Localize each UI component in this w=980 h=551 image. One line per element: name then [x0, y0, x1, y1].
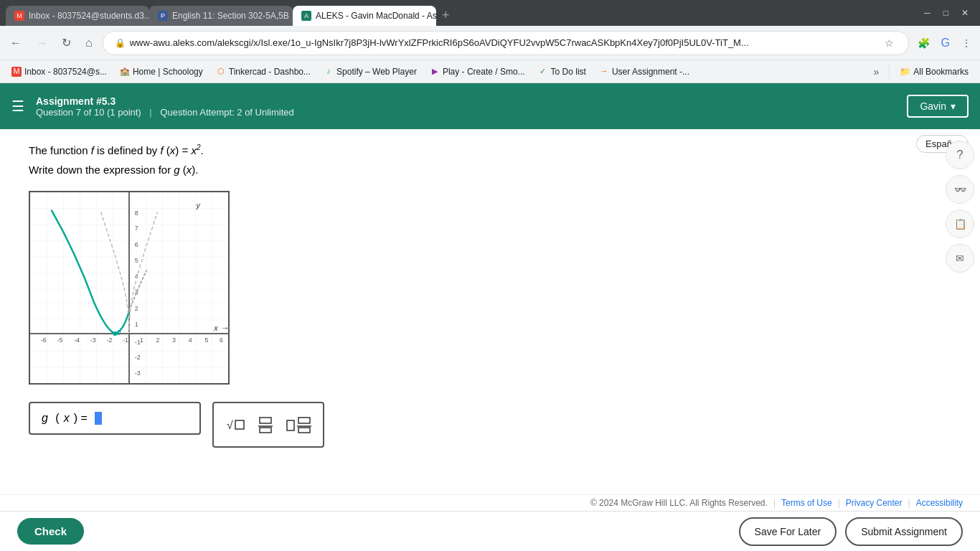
bookmark-spotify[interactable]: ♪ Spotify – Web Player: [318, 64, 423, 80]
url-display: www-awu.aleks.com/alekscgi/x/Isl.exe/1o_…: [130, 37, 882, 48]
accessibility-link[interactable]: Accessibility: [916, 498, 963, 508]
privacy-link[interactable]: Privacy Center: [846, 498, 903, 508]
svg-text:-1: -1: [123, 336, 128, 344]
svg-text:1: 1: [140, 336, 143, 344]
glasses-icon: 👓: [954, 184, 966, 195]
svg-rect-37: [298, 418, 310, 423]
aleks-header: ☰ Assignment #5.3 Question 7 of 10 (1 po…: [0, 83, 980, 129]
g-label: g: [42, 412, 48, 425]
bottom-right-actions: Save For Later Submit Assignment: [739, 517, 963, 546]
help-icon: ?: [957, 149, 963, 161]
svg-rect-36: [287, 420, 294, 430]
address-bar-row: ← → ↻ ⌂ 🔒 www-awu.aleks.com/alekscgi/x/I…: [0, 26, 980, 60]
svg-text:2: 2: [156, 336, 159, 344]
menu-button[interactable]: ☰: [11, 98, 24, 115]
close-paren: ) =: [74, 412, 91, 425]
tab-schoology[interactable]: P English 11: Section 302-5A,5B ✕: [149, 6, 293, 26]
notes-icon: 📋: [954, 218, 966, 230]
main-content: Español The function f is defined by f (…: [0, 129, 980, 511]
problem-line2: Write down the expression for g (x).: [29, 160, 951, 179]
svg-text:g: g: [117, 327, 121, 335]
address-bar[interactable]: 🔒 www-awu.aleks.com/alekscgi/x/Isl.exe/1…: [103, 31, 909, 55]
svg-text:7: 7: [135, 225, 138, 232]
back-button[interactable]: ←: [6, 32, 26, 54]
extensions-button[interactable]: 🧩: [915, 34, 933, 52]
answer-box[interactable]: g ( x ) =: [29, 402, 201, 435]
save-for-later-button[interactable]: Save For Later: [739, 517, 837, 546]
user-name: Gavin: [920, 100, 946, 112]
gmail-bm-icon: M: [11, 67, 22, 77]
graph-container: 8 7 6 5 4 3 2 1 -1 -2 -3 -6 -5 -4 -3 -2 …: [29, 191, 230, 385]
reload-button[interactable]: ↻: [57, 32, 75, 54]
svg-text:√: √: [227, 419, 233, 431]
new-tab-button[interactable]: +: [436, 5, 456, 26]
problem-text: The function f is defined by f (x) = x2.…: [29, 141, 951, 179]
forward-button[interactable]: →: [32, 32, 52, 54]
bookmark-todo[interactable]: ✓ To Do list: [532, 64, 592, 80]
svg-rect-39: [298, 428, 310, 433]
svg-text:6: 6: [135, 241, 138, 248]
security-icon: 🔒: [115, 38, 126, 48]
mixed-number-button[interactable]: [286, 415, 311, 435]
footer: © 2024 McGraw Hill LLC. All Rights Reser…: [0, 494, 980, 511]
svg-text:x: x: [213, 324, 218, 332]
bookmarks-bar: M Inbox - 8037524@s... 🏫 Home | Schoolog…: [0, 60, 980, 83]
submit-assignment-button[interactable]: Submit Assignment: [845, 517, 963, 546]
svg-text:-3: -3: [90, 336, 96, 344]
sqrt-button[interactable]: √: [225, 415, 245, 435]
svg-text:8: 8: [135, 209, 138, 217]
bookmark-tinkercad[interactable]: ⬡ Tinkercad - Dashbo...: [210, 64, 316, 80]
more-options-button[interactable]: ⋮: [958, 34, 974, 52]
home-button[interactable]: ⌂: [81, 32, 97, 54]
close-button[interactable]: ✕: [956, 5, 974, 21]
check-button[interactable]: Check: [17, 518, 84, 545]
address-icons: ☆: [882, 34, 897, 52]
svg-text:-3: -3: [135, 369, 141, 377]
all-bookmarks-button[interactable]: 📁 All Bookmarks: [894, 64, 974, 80]
svg-text:3: 3: [172, 336, 176, 344]
copyright: © 2024 McGraw Hill LLC. All Rights Reser…: [590, 498, 768, 508]
user-menu-button[interactable]: Gavin ▾: [907, 95, 969, 118]
bookmark-create[interactable]: ▶ Play - Create / Smo...: [424, 64, 531, 80]
sqrt-icon: √: [225, 415, 245, 435]
x-squared: x2: [191, 144, 200, 156]
gx-expression: g: [174, 164, 179, 176]
help-button[interactable]: ?: [946, 141, 974, 169]
profile-button[interactable]: G: [938, 34, 953, 52]
tinkercad-bm-icon: ⬡: [216, 67, 226, 77]
svg-rect-35: [260, 428, 271, 433]
bookmark-gmail[interactable]: M Inbox - 8037524@s...: [6, 64, 113, 80]
bookmarks-divider: [889, 65, 890, 79]
svg-text:-5: -5: [57, 336, 63, 344]
terms-link[interactable]: Terms of Use: [781, 498, 832, 508]
assignment-info: Assignment #5.3 Question 7 of 10 (1 poin…: [36, 95, 895, 118]
svg-text:y: y: [196, 201, 201, 209]
bookmark-userassign[interactable]: → User Assignment -...: [593, 64, 695, 80]
bookmark-star-button[interactable]: ☆: [882, 34, 897, 52]
tab-gmail-label: Inbox - 8037524@students.d3...: [29, 11, 149, 21]
bookmark-userassign-label: User Assignment -...: [612, 67, 689, 77]
svg-text:-2: -2: [106, 336, 112, 344]
mixed-number-icon: [286, 415, 311, 435]
fraction-icon: [257, 415, 274, 435]
bookmark-schoology[interactable]: 🏫 Home | Schoology: [114, 64, 209, 80]
mail-button[interactable]: ✉: [946, 244, 974, 273]
tab-aleks[interactable]: A ALEKS - Gavin MacDonald - As... ✕: [293, 6, 436, 26]
bookmark-gmail-label: Inbox - 8037524@s...: [24, 67, 107, 77]
gmail-tab-icon: M: [14, 11, 24, 21]
assignment-title: Assignment #5.3: [36, 95, 895, 107]
svg-text:→: →: [221, 323, 228, 333]
notes-button[interactable]: 📋: [946, 209, 974, 238]
maximize-button[interactable]: □: [938, 5, 954, 21]
fraction-button[interactable]: [257, 415, 274, 435]
separator: |: [149, 107, 151, 118]
more-bookmarks-button[interactable]: »: [868, 63, 885, 80]
math-toolbar: √: [212, 402, 324, 448]
minimize-button[interactable]: ─: [918, 5, 936, 21]
tab-aleks-label: ALEKS - Gavin MacDonald - As...: [316, 11, 436, 21]
accessibility-button[interactable]: 👓: [946, 175, 974, 204]
question-info: Question 7 of 10 (1 point): [36, 107, 141, 118]
problem-line1: The function f is defined by f (x) = x2.: [29, 141, 951, 160]
create-bm-icon: ▶: [430, 67, 440, 77]
tab-gmail[interactable]: M Inbox - 8037524@students.d3... ✕: [6, 6, 149, 26]
